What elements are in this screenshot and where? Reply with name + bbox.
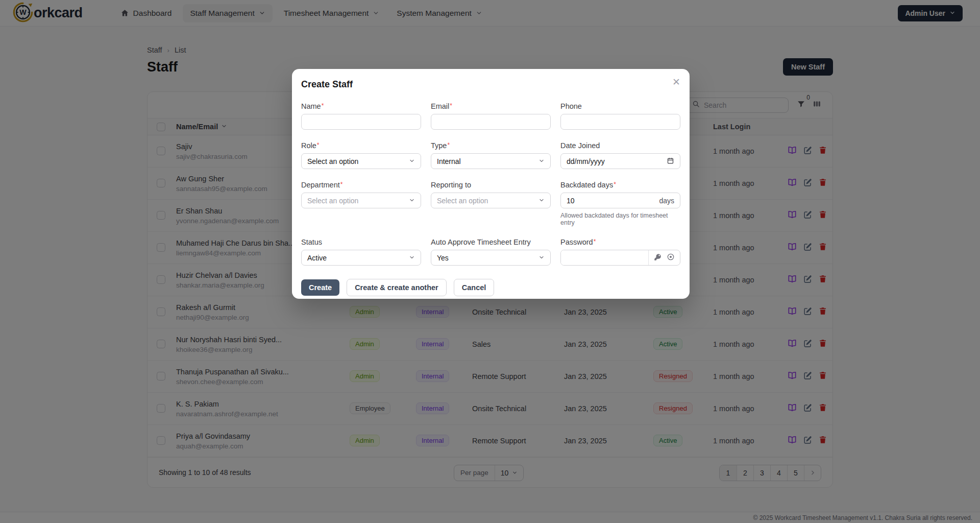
chevron-down-icon bbox=[538, 157, 545, 165]
status-select[interactable]: Active bbox=[301, 250, 421, 266]
auto-approve-select[interactable]: Yes bbox=[431, 250, 551, 266]
create-and-create-another-button[interactable]: Create & create another bbox=[347, 279, 447, 296]
password-label: Password* bbox=[560, 238, 680, 246]
close-icon[interactable]: ✕ bbox=[672, 77, 680, 87]
password-field[interactable] bbox=[561, 250, 648, 265]
chevron-down-icon bbox=[409, 197, 415, 205]
eye-icon[interactable] bbox=[667, 253, 675, 263]
password-input bbox=[560, 250, 680, 266]
department-select[interactable]: Select an option bbox=[301, 193, 421, 208]
modal-actions: Create Create & create another Cancel bbox=[301, 279, 680, 296]
reporting-to-select[interactable]: Select an option bbox=[431, 193, 551, 208]
chevron-down-icon bbox=[409, 157, 415, 165]
status-label: Status bbox=[301, 238, 421, 246]
date-joined-label: Date Joined bbox=[560, 141, 680, 150]
create-button[interactable]: Create bbox=[301, 279, 339, 296]
chevron-down-icon bbox=[538, 254, 545, 262]
auto-approve-label: Auto Approve Timesheet Entry bbox=[431, 238, 551, 246]
role-select[interactable]: Select an option bbox=[301, 153, 421, 169]
date-joined-input[interactable]: dd/mm/yyyy bbox=[560, 153, 680, 169]
role-label: Role* bbox=[301, 141, 421, 150]
department-label: Department* bbox=[301, 181, 421, 189]
phone-input[interactable] bbox=[560, 114, 680, 130]
name-input[interactable] bbox=[301, 114, 421, 130]
email-label: Email* bbox=[431, 102, 551, 110]
days-suffix: days bbox=[659, 197, 674, 205]
chevron-down-icon bbox=[409, 254, 415, 262]
create-staff-form: Name* Email* Phone Role* Select an optio… bbox=[301, 102, 680, 277]
modal-title: Create Staff bbox=[301, 79, 680, 90]
backdated-days-helper: Allowed backdated days for timesheet ent… bbox=[560, 212, 680, 226]
name-label: Name* bbox=[301, 102, 421, 110]
type-select[interactable]: Internal bbox=[431, 153, 551, 169]
backdated-days-input[interactable]: 10 days bbox=[560, 193, 680, 208]
email-input[interactable] bbox=[431, 114, 551, 130]
type-label: Type* bbox=[431, 141, 551, 150]
cancel-button[interactable]: Cancel bbox=[454, 279, 495, 296]
key-icon[interactable] bbox=[654, 253, 662, 263]
phone-label: Phone bbox=[560, 102, 680, 110]
staff-management-page: W orkcard Dashboard Staff Management Tim… bbox=[0, 0, 980, 523]
backdated-days-label: Backdated days* bbox=[560, 181, 680, 189]
chevron-down-icon bbox=[538, 197, 545, 205]
create-staff-modal: Create Staff ✕ Name* Email* Phone Role* … bbox=[292, 69, 690, 299]
calendar-icon bbox=[667, 157, 674, 166]
reporting-to-label: Reporting to bbox=[431, 181, 551, 189]
